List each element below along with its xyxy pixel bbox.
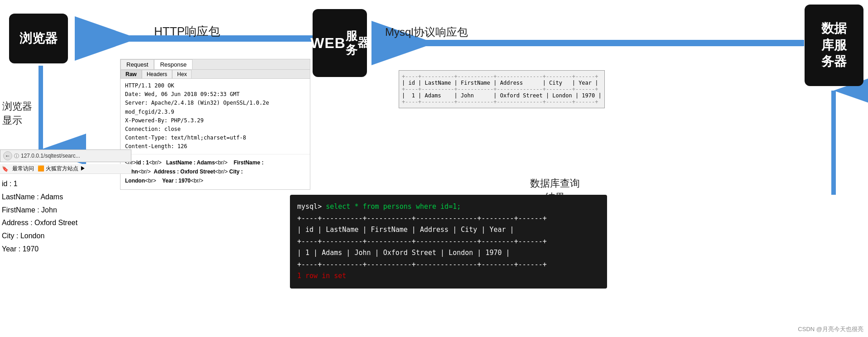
mysql-sep2: +----+----------+-----------+-----------…	[297, 236, 600, 248]
mysql-result: 1 row in set	[297, 270, 600, 282]
sub-tab-headers[interactable]: Headers	[142, 70, 172, 78]
db-table-panel: +----+----------+-----------+-----------…	[399, 70, 605, 108]
tab-request[interactable]: Request	[121, 59, 154, 69]
browser-display: ← ⓘ 127.0.0.1/sqltest/searc... 🔖 最常访问 🟧 …	[0, 149, 131, 260]
browser-display-label: 浏览器显示	[2, 100, 32, 128]
db-table-header: | id | LastName | FirstName | Address | …	[402, 80, 602, 86]
mysql-terminal: mysql> select * from persons where id=1;…	[290, 195, 607, 289]
browser-data: id : 1 LastName : Adams FirstName : John…	[0, 174, 131, 260]
http-label: HTTP响应包	[154, 24, 220, 39]
data-firstname: FirstName : John	[2, 204, 130, 217]
tab-bar: Request Response	[121, 59, 310, 70]
http-body: <br>id : 1<br/> LastName : Adams<br/> Fi…	[121, 154, 310, 189]
mysql-row: | 1 | Adams | John | Oxford Street | Lon…	[297, 247, 600, 259]
data-lastname: LastName : Adams	[2, 191, 130, 204]
http-content: HTTP/1.1 200 OK Date: Wed, 06 Jun 2018 0…	[121, 79, 310, 154]
browser-box-label: 浏览器	[19, 30, 58, 47]
mysql-sep1: +----+----------+-----------+-----------…	[297, 213, 600, 225]
web-server-box: WEB 服务 器	[313, 9, 367, 77]
address-bar: ← ⓘ 127.0.0.1/sqltest/searc...	[0, 149, 131, 162]
back-btn[interactable]: ←	[3, 151, 12, 160]
browser-box: 浏览器	[9, 14, 68, 63]
db-server-box: 数据库服务器	[805, 5, 863, 86]
bookmarks-bar: 🔖 最常访问 🟧 火狐官方站点 ▶	[0, 164, 131, 174]
data-id: id : 1	[2, 178, 130, 191]
mysql-label: Mysql协议响应包	[385, 25, 468, 39]
mysql-sep3: +----+----------+-----------+-----------…	[297, 259, 600, 271]
sub-tab-hex[interactable]: Hex	[172, 70, 192, 78]
db-table-sep1: +----+----------+-----------+-----------…	[402, 73, 602, 80]
sub-tab-raw[interactable]: Raw	[121, 70, 142, 78]
data-address: Address : Oxford Street	[2, 217, 130, 230]
mysql-command-line: mysql> select * from persons where id=1;	[297, 201, 600, 213]
http-packet-panel: Request Response Raw Headers Hex HTTP/1.…	[120, 59, 310, 190]
db-table-row: | 1 | Adams | John | Oxford Street | Lon…	[402, 92, 602, 99]
data-city: City : London	[2, 230, 130, 243]
db-table-sep2: +----+----------+-----------+-----------…	[402, 86, 602, 92]
sub-tab-bar: Raw Headers Hex	[121, 70, 310, 79]
csdn-watermark: CSDN @月亮今天也很亮	[798, 325, 863, 333]
tab-response[interactable]: Response	[154, 59, 193, 69]
mysql-header: | id | LastName | FirstName | Address | …	[297, 224, 600, 236]
db-table-sep3: +----+----------+-----------+-----------…	[402, 99, 602, 105]
data-year: Year : 1970	[2, 243, 130, 256]
